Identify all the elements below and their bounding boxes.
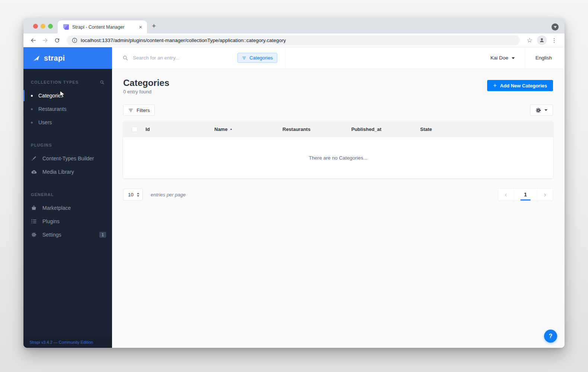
browser-tab[interactable]: Strapi - Content Manager × bbox=[58, 20, 147, 33]
stepper-icon[interactable] bbox=[137, 193, 139, 197]
settings-badge: 1 bbox=[99, 232, 106, 238]
sidebar-item-restaurants[interactable]: Restaurants bbox=[23, 102, 112, 116]
window-controls bbox=[33, 24, 53, 29]
column-header-state[interactable]: State bbox=[420, 126, 489, 132]
url-text: localhost:1337/admin/plugins/content-man… bbox=[81, 38, 286, 43]
table-tools-row: Filters bbox=[123, 105, 553, 116]
user-menu[interactable]: Kai Doe bbox=[490, 55, 525, 61]
sidebar-item-settings[interactable]: Settings 1 bbox=[23, 228, 112, 241]
strapi-logo-icon bbox=[33, 54, 40, 62]
sidebar-item-users[interactable]: Users bbox=[23, 116, 112, 129]
sort-ascending-icon: ▲ bbox=[230, 128, 232, 130]
section-plugins: PLUGINS bbox=[23, 141, 112, 149]
close-tab-icon[interactable]: × bbox=[138, 24, 143, 30]
page-title-block: Categories 0 entry found bbox=[123, 78, 169, 94]
sidebar-footer: Strapi v3.4.2 — Community Edition bbox=[23, 337, 112, 348]
section-collection-types: COLLECTION TYPES bbox=[23, 78, 112, 86]
plus-icon: + bbox=[493, 83, 496, 88]
entries-per-page-label: entries per page bbox=[151, 192, 186, 198]
chevron-down-icon bbox=[512, 57, 515, 59]
select-all-checkbox[interactable] bbox=[132, 126, 137, 132]
select-all-cell bbox=[123, 126, 146, 132]
sidebar-item-marketplace[interactable]: Marketplace bbox=[23, 201, 112, 215]
main-area: Categories Kai Doe English bbox=[112, 47, 565, 348]
page-title: Categories bbox=[123, 78, 169, 88]
back-icon[interactable] bbox=[29, 36, 38, 45]
section-general: GENERAL bbox=[23, 191, 112, 198]
brush-icon bbox=[31, 156, 37, 161]
browser-toolbar: localhost:1337/admin/plugins/content-man… bbox=[23, 33, 565, 47]
sidebar-item-media-library[interactable]: Media Library bbox=[23, 165, 112, 179]
minimize-window-button[interactable] bbox=[41, 24, 45, 29]
app-header-right: Kai Doe English bbox=[285, 47, 565, 68]
pagination-row: 10 entries per page ‹ 1 bbox=[123, 188, 553, 201]
previous-page-button[interactable]: ‹ bbox=[498, 189, 514, 201]
column-header-published-at[interactable]: Published_at bbox=[351, 126, 420, 132]
new-tab-button[interactable]: + bbox=[152, 23, 156, 29]
sidebar: strapi COLLECTION TYPES Categories bbox=[23, 47, 112, 348]
sidebar-item-categories[interactable]: Categories bbox=[23, 89, 112, 102]
browser-profile-avatar[interactable] bbox=[537, 35, 547, 45]
view-settings-button[interactable] bbox=[530, 105, 553, 116]
reload-icon[interactable] bbox=[52, 36, 61, 45]
desktop: { "browser": { "tab_title": "Strapi - Co… bbox=[0, 0, 588, 372]
forward-icon[interactable] bbox=[41, 36, 49, 45]
language-selector[interactable]: English bbox=[525, 55, 565, 61]
column-header-id[interactable]: Id bbox=[146, 126, 214, 132]
strapi-logo[interactable]: strapi bbox=[23, 47, 112, 69]
url-bar[interactable]: localhost:1337/admin/plugins/content-man… bbox=[67, 35, 520, 45]
help-button[interactable]: ? bbox=[544, 330, 557, 343]
browser-window: Strapi - Content Manager × + localhost:1… bbox=[23, 18, 565, 348]
content-area: Categories 0 entry found + Add New Categ… bbox=[112, 69, 565, 348]
app-header-bar: Categories Kai Doe English bbox=[112, 47, 565, 69]
zoom-window-button[interactable] bbox=[48, 24, 53, 29]
sidebar-item-plugins[interactable]: Plugins bbox=[23, 215, 112, 228]
entries-per-page-select[interactable]: 10 bbox=[123, 189, 143, 201]
browser-menu-icon[interactable]: ⋮ bbox=[550, 36, 559, 45]
filter-icon bbox=[242, 56, 246, 60]
close-window-button[interactable] bbox=[33, 24, 38, 29]
entry-search: Categories bbox=[112, 47, 285, 68]
empty-state-message: There are no Categories... bbox=[309, 155, 368, 161]
table-body: There are no Categories... bbox=[123, 137, 553, 178]
browser-tab-strip: Strapi - Content Manager × + bbox=[23, 18, 565, 33]
bullet-icon bbox=[31, 95, 33, 97]
table-header-row: Id Name ▲ Restaurants Published_at bbox=[123, 121, 553, 137]
strapi-favicon-icon bbox=[63, 24, 69, 30]
user-name: Kai Doe bbox=[490, 55, 508, 61]
bullet-icon bbox=[31, 108, 33, 110]
list-icon bbox=[31, 219, 37, 224]
filters-button[interactable]: Filters bbox=[123, 105, 155, 116]
version-link[interactable]: Strapi v3.4.2 — Community Edition bbox=[29, 340, 93, 344]
add-new-categories-button[interactable]: + Add New Categories bbox=[487, 80, 553, 91]
bullet-icon bbox=[31, 122, 33, 124]
column-header-name[interactable]: Name ▲ bbox=[214, 126, 282, 132]
next-page-button[interactable]: › bbox=[537, 189, 553, 201]
strapi-admin: strapi COLLECTION TYPES Categories bbox=[23, 47, 565, 348]
gear-icon bbox=[536, 108, 541, 113]
site-info-icon[interactable] bbox=[72, 38, 77, 43]
strapi-logo-text: strapi bbox=[44, 54, 65, 62]
column-header-restaurants[interactable]: Restaurants bbox=[282, 126, 351, 132]
filter-icon bbox=[128, 108, 133, 113]
search-icon bbox=[122, 55, 128, 61]
current-page[interactable]: 1 bbox=[514, 189, 537, 201]
page-header: Categories 0 entry found + Add New Categ… bbox=[123, 78, 553, 94]
page-navigation: ‹ 1 › bbox=[498, 188, 553, 201]
entries-table: Id Name ▲ Restaurants Published_at bbox=[123, 121, 553, 178]
basket-icon bbox=[31, 205, 37, 211]
gear-icon bbox=[31, 232, 37, 237]
entry-count: 0 entry found bbox=[123, 89, 169, 94]
cloud-upload-icon bbox=[31, 170, 37, 174]
entries-per-page: 10 entries per page bbox=[123, 189, 186, 201]
filter-chip-categories[interactable]: Categories bbox=[237, 53, 277, 63]
bookmark-star-icon[interactable]: ☆ bbox=[525, 36, 534, 45]
sidebar-item-content-types-builder[interactable]: Content-Types Builder bbox=[23, 152, 112, 165]
sidebar-nav: COLLECTION TYPES Categories Restaurants bbox=[23, 69, 112, 337]
entries-per-page-value: 10 bbox=[128, 192, 133, 198]
collection-search-icon[interactable] bbox=[100, 80, 105, 85]
tab-title: Strapi - Content Manager bbox=[72, 25, 134, 30]
search-input[interactable] bbox=[133, 55, 233, 61]
tab-search-button[interactable] bbox=[552, 23, 559, 31]
chevron-down-icon bbox=[544, 109, 547, 111]
